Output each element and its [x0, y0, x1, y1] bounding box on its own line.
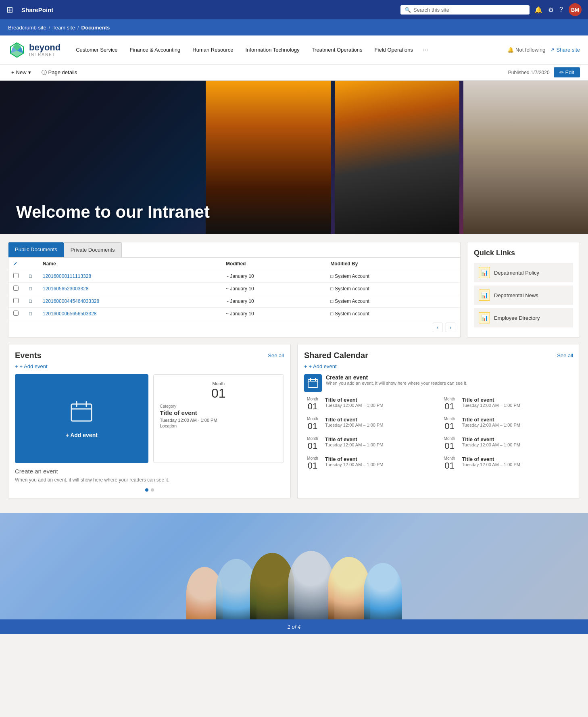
sharepoint-topbar: ⊞ SharePoint 🔍 🔔 ⚙ ? BM	[0, 0, 588, 19]
row-check[interactable]	[8, 295, 23, 308]
settings-icon[interactable]: ⚙	[548, 6, 554, 14]
events-see-all[interactable]: See all	[268, 352, 284, 358]
site-logo: beyond INTRANET	[8, 41, 60, 59]
hero-image-monitor	[335, 81, 459, 234]
quick-links-section: Quick Links 📊 Depatmental Policy 📊 Depat…	[467, 242, 580, 338]
docs-quicklinks-row: Public Documents Private Documents ✓ Nam…	[8, 242, 580, 338]
docs-tabs: Public Documents Private Documents	[8, 242, 460, 258]
row-name[interactable]: 120160000111113328	[38, 270, 221, 283]
nav-item-customer-service[interactable]: Customer Service	[70, 44, 123, 55]
col-filetype	[23, 258, 38, 270]
avatar[interactable]: BM	[569, 3, 582, 16]
quick-link-item-policy[interactable]: 📊 Depatmental Policy	[474, 263, 573, 282]
waffle-icon[interactable]: ⊞	[6, 5, 13, 15]
events-title: Events	[15, 351, 42, 360]
row-checkbox[interactable]	[13, 298, 19, 303]
published-status: Published 1/7/2020	[508, 70, 550, 75]
breadcrumb-item-1[interactable]: Breadcrumb site	[8, 25, 46, 31]
cal-etime-6: Tuesday 12:00 AM – 1:00 PM	[462, 442, 521, 447]
tab-public-documents[interactable]: Public Documents	[8, 242, 64, 257]
pencil-icon: ✏	[559, 69, 564, 75]
row-name[interactable]: 120160000445464033328	[38, 295, 221, 308]
row-modified-by: □ System Account	[325, 308, 460, 320]
cal-etime-8: Tuesday 12:00 AM – 1:00 PM	[462, 462, 521, 467]
quick-link-label-directory: Employee Directory	[494, 315, 540, 321]
col-modified-by: Modified By	[325, 258, 460, 270]
app-name: SharePoint	[21, 6, 396, 13]
quick-link-item-news[interactable]: 📊 Depatmental News	[474, 286, 573, 305]
docs-prev-btn[interactable]: ‹	[433, 323, 442, 332]
tab-private-documents[interactable]: Private Documents	[64, 242, 122, 257]
share-icon: ↗	[550, 47, 555, 53]
hero-title: Welcome to our Intranet	[16, 202, 210, 222]
row-check[interactable]	[8, 283, 23, 295]
events-carousel-dots	[15, 488, 284, 492]
breadcrumb-item-3[interactable]: Documents	[81, 25, 110, 31]
carousel-dot-2[interactable]	[151, 488, 154, 492]
file-icon: 🗋	[28, 311, 33, 317]
not-following-btn[interactable]: 🔔 Not following	[507, 47, 545, 53]
event-add-card[interactable]: + Add event	[15, 374, 148, 463]
row-checkbox[interactable]	[13, 286, 19, 291]
page-details-btn[interactable]: ⓘ Page details	[38, 67, 81, 78]
row-filetype: 🗋	[23, 283, 38, 295]
row-checkbox[interactable]	[13, 273, 19, 278]
calendar-event-item: Month 01 Title of event Tuesday 12:00 AM…	[441, 456, 573, 471]
event-title: Title of event	[160, 409, 277, 416]
add-event-button[interactable]: + + Add event	[15, 363, 284, 369]
nav-item-finance[interactable]: Finance & Accounting	[124, 44, 186, 55]
notification-icon[interactable]: 🔔	[534, 6, 542, 14]
nav-item-field[interactable]: Field Operations	[369, 44, 419, 55]
calendar-add-event-btn[interactable]: + + Add event	[304, 363, 573, 369]
search-icon: 🔍	[405, 7, 411, 13]
col-name: Name	[38, 258, 221, 270]
nav-item-it[interactable]: Information Technology	[240, 44, 305, 55]
quick-links-title: Quick Links	[474, 249, 573, 257]
row-name[interactable]: 12016000065656503328	[38, 308, 221, 320]
cal-day-4: 01	[441, 421, 458, 431]
nav-item-treatment[interactable]: Treatment Operations	[306, 44, 368, 55]
calendar-header: Shared Calendar See all	[304, 351, 573, 360]
cal-etitle-3: Title of event	[325, 417, 384, 423]
cal-date-7: Month 01	[304, 456, 321, 471]
col-check: ✓	[8, 258, 23, 270]
add-event-label: + Add event	[20, 363, 48, 369]
row-name[interactable]: 12016056523003328	[38, 283, 221, 295]
calendar-see-all[interactable]: See all	[557, 352, 573, 358]
quick-link-item-directory[interactable]: 📊 Employee Directory	[474, 308, 573, 327]
plus-icon: +	[11, 69, 15, 75]
row-check[interactable]	[8, 270, 23, 283]
calendar-add-label: + Add event	[309, 363, 337, 369]
calendar-event-item: Month 01 Title of event Tuesday 12:00 AM…	[304, 397, 436, 412]
cal-month-2: Month	[441, 397, 458, 401]
breadcrumb-sep-2: /	[77, 25, 79, 31]
calendar-create-item: Create an event When you add an event, i…	[304, 374, 573, 392]
cal-etime-1: Tuesday 12:00 AM – 1:00 PM	[325, 403, 384, 408]
search-input[interactable]	[413, 7, 525, 13]
nav-item-hr[interactable]: Human Resource	[187, 44, 239, 55]
new-button[interactable]: + New ▾	[8, 68, 34, 77]
row-modified: ~ January 10	[221, 270, 325, 283]
cal-month-8: Month	[441, 456, 458, 461]
cal-etime-5: Tuesday 12:00 AM – 1:00 PM	[325, 442, 384, 447]
cal-etitle-1: Title of event	[325, 397, 384, 403]
docs-next-btn[interactable]: ›	[446, 323, 455, 332]
svg-rect-9	[308, 379, 318, 388]
search-box[interactable]: 🔍	[400, 5, 530, 15]
row-checkbox[interactable]	[13, 311, 19, 316]
nav-more-icon[interactable]: ···	[419, 46, 432, 54]
events-section: Events See all + + Add event	[8, 344, 291, 498]
breadcrumb-item-2[interactable]: Team site	[52, 25, 75, 31]
topbar-icons: 🔔 ⚙ ? BM	[534, 3, 582, 16]
edit-button[interactable]: ✏ Edit	[554, 67, 580, 77]
check-icon: ✓	[13, 261, 17, 267]
cal-etitle-8: Title of event	[462, 456, 521, 462]
events-description: Create an event When you add an event, i…	[15, 468, 284, 483]
file-icon: 🗋	[28, 298, 33, 304]
help-icon[interactable]: ?	[559, 6, 563, 13]
share-site-btn[interactable]: ↗ Share site	[550, 47, 580, 53]
quick-link-icon-directory: 📊	[479, 312, 490, 323]
toolbar: + New ▾ ⓘ Page details Published 1/7/202…	[0, 65, 588, 81]
row-check[interactable]	[8, 308, 23, 320]
carousel-dot-1[interactable]	[145, 488, 148, 492]
